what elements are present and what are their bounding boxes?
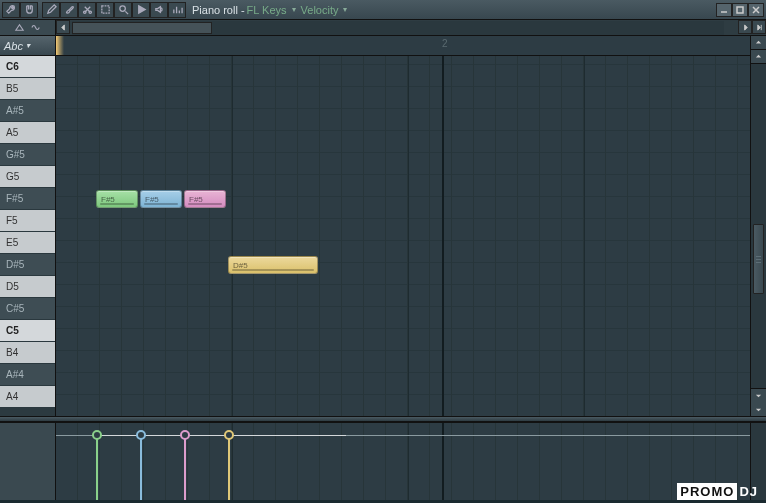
piano-key[interactable]: A#4 xyxy=(0,364,55,386)
velocity-gutter xyxy=(0,423,56,500)
piano-key[interactable]: C6 xyxy=(0,56,55,78)
piano-key[interactable]: G5 xyxy=(0,166,55,188)
key-column: Abc▾ C6B5A#5A5G#5G5F#5F5E5D#5D5C#5C5B4A#… xyxy=(0,36,56,416)
hscroll-right-arrow[interactable] xyxy=(738,20,752,34)
velocity-pin[interactable] xyxy=(228,423,230,500)
playhead-marker xyxy=(56,36,64,55)
timeline[interactable]: 2 xyxy=(56,36,750,56)
chevron-down-icon: ▾ xyxy=(26,41,30,50)
window-buttons xyxy=(716,3,764,17)
note-clip[interactable]: F#5 xyxy=(96,190,138,208)
beat-divider xyxy=(232,56,233,416)
note-label: F#5 xyxy=(145,195,159,204)
pencil-icon[interactable] xyxy=(42,2,60,18)
svg-rect-4 xyxy=(737,7,743,13)
watermark: PROMODJ xyxy=(677,484,758,499)
velocity-grid[interactable] xyxy=(56,423,750,500)
svg-point-3 xyxy=(119,6,125,12)
piano-key[interactable]: F5 xyxy=(0,210,55,232)
cut-icon[interactable] xyxy=(78,2,96,18)
note-label: D#5 xyxy=(233,261,248,270)
wave-icon xyxy=(29,22,43,34)
magnet-icon[interactable] xyxy=(20,2,38,18)
toolbar-secondary xyxy=(0,20,766,36)
hscroll-end-arrow[interactable] xyxy=(752,20,766,34)
title-bar: Piano roll - FL Keys ▾ Velocity ▾ xyxy=(0,0,766,20)
zoom-icon[interactable] xyxy=(114,2,132,18)
instrument-name[interactable]: FL Keys xyxy=(247,4,287,16)
vscroll-down2-arrow[interactable] xyxy=(751,402,766,416)
hscroll-left-arrow[interactable] xyxy=(56,20,70,34)
piano-key[interactable]: C#5 xyxy=(0,298,55,320)
velocity-pin[interactable] xyxy=(184,423,186,500)
abc-box[interactable]: Abc▾ xyxy=(0,36,55,56)
beat-divider xyxy=(408,56,409,416)
vscroll-up-arrow[interactable] xyxy=(751,36,766,50)
piano-key[interactable]: F#5 xyxy=(0,188,55,210)
minimize-button[interactable] xyxy=(716,3,732,17)
svg-rect-2 xyxy=(101,6,108,13)
note-clip[interactable]: F#5 xyxy=(140,190,182,208)
piano-key[interactable]: D5 xyxy=(0,276,55,298)
maximize-button[interactable] xyxy=(732,3,748,17)
chart-icon[interactable] xyxy=(168,2,186,18)
bar-divider xyxy=(442,56,444,416)
vscroll-up2-arrow[interactable] xyxy=(751,50,766,64)
velocity-panel xyxy=(0,422,766,500)
speaker-icon[interactable] xyxy=(150,2,168,18)
grid-lines xyxy=(56,56,750,416)
wrench-icon[interactable] xyxy=(2,2,20,18)
chevron-down-icon[interactable]: ▾ xyxy=(343,5,347,14)
piano-keys: C6B5A#5A5G#5G5F#5F5E5D#5D5C#5C5B4A#4A4 xyxy=(0,56,55,416)
hscroll-track[interactable] xyxy=(72,21,724,35)
window-title: Piano roll - FL Keys ▾ Velocity ▾ xyxy=(186,4,716,16)
piano-roll-main: Abc▾ C6B5A#5A5G#5G5F#5F5E5D#5D5C#5C5B4A#… xyxy=(0,36,766,416)
piano-key[interactable]: B4 xyxy=(0,342,55,364)
velocity-connect-line xyxy=(96,435,346,436)
note-label: F#5 xyxy=(189,195,203,204)
select-icon[interactable] xyxy=(96,2,114,18)
vscroll-thumb[interactable] xyxy=(753,224,764,294)
brush-icon[interactable] xyxy=(60,2,78,18)
title-prefix: Piano roll - xyxy=(192,4,245,16)
piano-key[interactable]: B5 xyxy=(0,78,55,100)
toolbar-icons xyxy=(0,2,186,18)
param-name[interactable]: Velocity xyxy=(301,4,339,16)
piano-key[interactable]: A5 xyxy=(0,122,55,144)
vertical-scrollbar xyxy=(750,36,766,416)
vscroll-down-arrow[interactable] xyxy=(751,388,766,402)
velocity-pin[interactable] xyxy=(96,423,98,500)
chevron-down-icon[interactable]: ▾ xyxy=(292,5,296,14)
vscroll-track[interactable] xyxy=(751,64,766,388)
velocity-pin[interactable] xyxy=(140,423,142,500)
piano-key[interactable]: G#5 xyxy=(0,144,55,166)
piano-key[interactable]: A4 xyxy=(0,386,55,408)
note-grid[interactable]: 2 F#5F#5F#5D#5 xyxy=(56,36,750,416)
note-label: F#5 xyxy=(101,195,115,204)
hscroll-thumb[interactable] xyxy=(72,22,212,34)
note-clip[interactable]: D#5 xyxy=(228,256,318,274)
piano-key[interactable]: C5 xyxy=(0,320,55,342)
note-clip[interactable]: F#5 xyxy=(184,190,226,208)
triangle-icon xyxy=(12,22,26,34)
close-button[interactable] xyxy=(748,3,764,17)
piano-key[interactable]: E5 xyxy=(0,232,55,254)
play-icon[interactable] xyxy=(132,2,150,18)
tool-mode-box[interactable] xyxy=(0,20,56,35)
piano-key[interactable]: D#5 xyxy=(0,254,55,276)
beat-divider xyxy=(584,56,585,416)
bar-number: 2 xyxy=(442,38,448,49)
piano-key[interactable]: A#5 xyxy=(0,100,55,122)
